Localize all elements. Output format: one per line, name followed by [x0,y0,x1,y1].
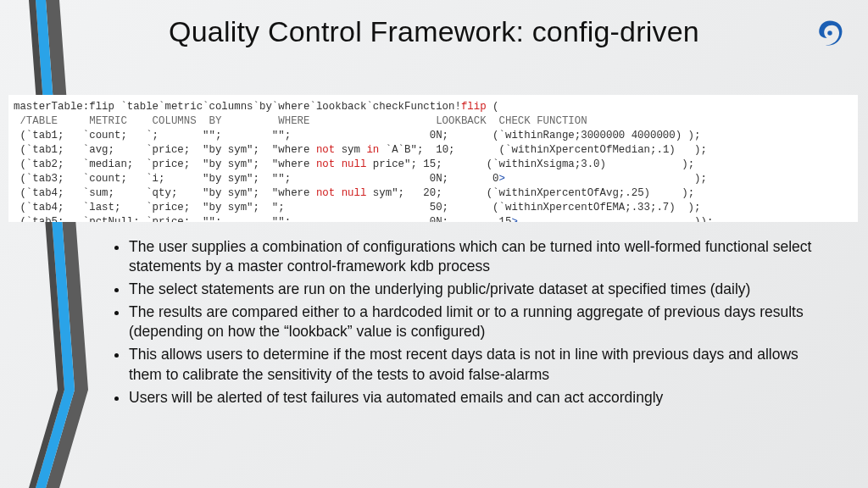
svg-marker-0 [41,0,93,488]
code-row: (`tab4; `last; `price; "by sym"; "; 50; … [14,202,700,214]
code-row: (`tab3; `count; `i; "by sym"; ""; 0N; 0>… [14,173,707,185]
svg-marker-3 [29,0,64,488]
code-row: (`tab1; `count; `; ""; ""; 0N; (`withinR… [14,130,700,141]
bullet-item: Users will be alerted of test failures v… [129,388,822,408]
slide: Quality Control Framework: config-driven… [0,0,868,488]
code-row: (`tab2; `median; `price; "by sym"; "wher… [14,158,694,170]
code-row: (`tab4; `sum; `qty; "by sym"; "where not… [14,187,694,199]
svg-marker-1 [46,0,88,488]
svg-point-4 [827,30,832,35]
bullet-item: This allows users to determine if the mo… [129,345,822,384]
bullet-item: The select statements are run on the und… [129,280,822,299]
bullet-item: The user supplies a combination of confi… [129,237,822,276]
company-logo-icon [815,19,844,47]
code-header: /TABLE METRIC COLUMNS BY WHERE LOOKBACK … [14,115,587,127]
bullet-item: The results are compared either to a har… [129,302,822,341]
chevron-decoration [0,0,102,488]
code-row: (`tab1; `avg; `price; "by sym"; "where n… [14,144,707,156]
slide-title: Quality Control Framework: config-driven [0,15,868,48]
code-block: masterTable:flip `table`metric`columns`b… [8,95,858,222]
code-line: masterTable:flip `table`metric`columns`b… [14,101,499,113]
code-row: (`tab5; `pctNull; `price; ""; ""; 0N; .1… [14,216,713,222]
svg-marker-2 [36,0,75,488]
bullet-list: The user supplies a combination of confi… [110,237,822,411]
